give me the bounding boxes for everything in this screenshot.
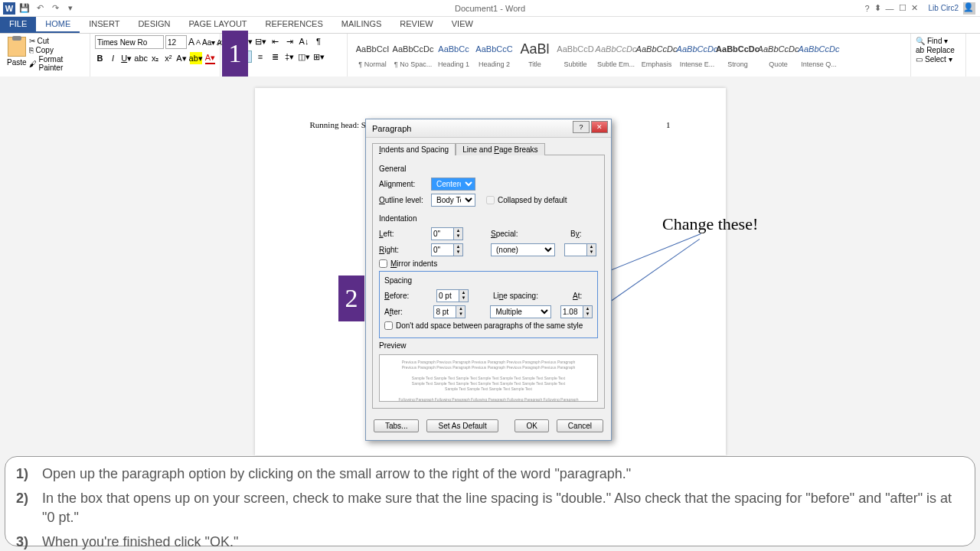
instructions-panel: 1)Open up the paragraph option by clicki…	[5, 456, 975, 546]
style-strong[interactable]: AaBbCcDcStrong	[717, 35, 758, 77]
mirror-label: Mirror indents	[390, 259, 437, 268]
highlight-icon[interactable]: ab▾	[190, 52, 202, 64]
cut-icon	[29, 37, 35, 45]
instruction-2: In the box that opens up on your screen,…	[42, 489, 964, 527]
format-painter-button[interactable]: 🖌Format Painter	[29, 55, 85, 72]
style-subtle-em[interactable]: AaBbCcDcSubtle Em...	[596, 35, 636, 77]
select-button[interactable]: ▭Select▾	[916, 55, 961, 64]
strikethrough-button[interactable]: abc	[135, 52, 147, 64]
after-input[interactable]	[433, 305, 456, 318]
italic-button[interactable]: I	[108, 52, 118, 64]
style-intense-q[interactable]: AaBbCcDcIntense Q...	[799, 35, 839, 77]
line-spacing-icon[interactable]: ‡▾	[283, 51, 296, 63]
by-label: By:	[570, 230, 593, 238]
style-no-spacing[interactable]: AaBbCcDc¶ No Spac...	[393, 35, 433, 77]
tab-file[interactable]: FILE	[0, 17, 36, 33]
bold-button[interactable]: B	[95, 52, 105, 64]
spinner-buttons[interactable]: ▲▼	[454, 227, 463, 240]
tabs-button[interactable]: Tabs...	[374, 419, 419, 432]
indent-right-input[interactable]	[431, 243, 454, 256]
outline-select[interactable]: Body Text	[431, 194, 475, 207]
mirror-checkbox[interactable]	[379, 259, 387, 268]
cancel-button[interactable]: Cancel	[557, 419, 603, 432]
tab-design[interactable]: DESIGN	[129, 17, 179, 33]
underline-button[interactable]: U▾	[121, 52, 132, 64]
show-marks-icon[interactable]: ¶	[312, 35, 325, 47]
font-size-select[interactable]	[165, 35, 187, 49]
subscript-button[interactable]: x₂	[150, 52, 160, 64]
copy-button[interactable]: ⎘Copy	[29, 46, 85, 54]
align-right-icon[interactable]: ≡	[254, 51, 266, 63]
replace-icon: ab	[916, 46, 924, 54]
paste-button[interactable]: Paste	[5, 35, 29, 72]
style-heading1[interactable]: AaBbCcHeading 1	[433, 35, 474, 77]
qat-dropdown-icon[interactable]: ▾	[64, 2, 77, 15]
ribbon-toggle-icon[interactable]: ⬍	[874, 3, 881, 13]
line-spacing-select[interactable]: Multiple	[490, 305, 551, 318]
shrink-font-icon[interactable]: A	[196, 38, 201, 46]
before-label: Before:	[384, 292, 432, 300]
user-avatar[interactable]: 👤	[963, 2, 975, 15]
special-select[interactable]: (none)	[491, 243, 555, 256]
multilevel-icon[interactable]: ⊟▾	[254, 35, 266, 47]
tab-references[interactable]: REFERENCES	[256, 17, 332, 33]
indent-left-input[interactable]	[431, 227, 454, 240]
borders-icon[interactable]: ⊞▾	[312, 51, 325, 63]
tab-mailings[interactable]: MAILINGS	[332, 17, 391, 33]
close-icon[interactable]: ✕	[911, 3, 918, 13]
dialog-help-icon[interactable]: ?	[573, 121, 590, 133]
minimize-icon[interactable]: —	[886, 4, 894, 13]
redo-icon[interactable]: ↷	[49, 2, 61, 15]
ok-button[interactable]: OK	[514, 419, 548, 432]
style-emphasis[interactable]: AaBbCcDcEmphasis	[636, 35, 677, 77]
undo-icon[interactable]: ↶	[34, 2, 46, 15]
by-input[interactable]	[564, 243, 587, 256]
paste-label: Paste	[5, 58, 29, 67]
sort-icon[interactable]: A↓	[298, 35, 310, 47]
font-name-select[interactable]	[95, 35, 164, 49]
dialog-close-icon[interactable]: ✕	[591, 121, 608, 133]
style-intense-e[interactable]: AaBbCcDcIntense E...	[677, 35, 717, 77]
help-icon[interactable]: ?	[864, 4, 869, 13]
cut-button[interactable]: Cut	[29, 37, 85, 45]
increase-indent-icon[interactable]: ⇥	[283, 35, 296, 47]
at-input[interactable]	[560, 305, 583, 318]
find-button[interactable]: 🔍Find▾	[916, 37, 961, 45]
before-input[interactable]	[436, 289, 459, 302]
word-icon: W	[3, 2, 15, 15]
styles-gallery[interactable]: AaBbCcI¶ Normal AaBbCcDc¶ No Spac... AaB…	[352, 35, 873, 77]
style-subtitle[interactable]: AaBbCcDSubtitle	[555, 35, 596, 77]
text-effects-icon[interactable]: A▾	[176, 52, 186, 64]
style-title[interactable]: AaBlTitle	[514, 35, 555, 77]
maximize-icon[interactable]: ☐	[899, 3, 906, 13]
style-quote[interactable]: AaBbCcDcQuote	[758, 35, 799, 77]
style-heading2[interactable]: AaBbCcCHeading 2	[474, 35, 514, 77]
tab-indents-spacing[interactable]: IIndents and Spacingndents and Spacing	[372, 143, 456, 155]
find-icon: 🔍	[916, 37, 925, 45]
tab-insert[interactable]: INSERT	[80, 17, 129, 33]
superscript-button[interactable]: x²	[163, 52, 173, 64]
user-label[interactable]: Lib Circ2	[929, 4, 959, 12]
replace-button[interactable]: abReplace	[916, 46, 961, 54]
justify-icon[interactable]: ≣	[269, 51, 281, 63]
decrease-indent-icon[interactable]: ⇤	[269, 35, 281, 47]
font-color-icon[interactable]: A▾	[205, 52, 215, 64]
instruction-1: Open up the paragraph option by clicking…	[42, 465, 631, 483]
tab-view[interactable]: VIEW	[443, 17, 482, 33]
grow-font-icon[interactable]: A	[188, 37, 194, 47]
tab-home[interactable]: HOME	[36, 17, 80, 33]
style-normal[interactable]: AaBbCcI¶ Normal	[352, 35, 393, 77]
callout-1: 1	[222, 31, 248, 77]
indentation-label: Indentation	[379, 214, 598, 223]
shading-icon[interactable]: ◫▾	[298, 51, 310, 63]
dont-add-space-checkbox[interactable]	[384, 321, 393, 330]
tab-review[interactable]: REVIEW	[390, 17, 442, 33]
set-default-button[interactable]: Set As Default	[426, 419, 498, 432]
alignment-select[interactable]: Centered	[431, 178, 475, 191]
change-case-icon[interactable]: Aa▾	[202, 38, 215, 47]
tab-line-page-breaks[interactable]: Line and Page Breaks	[456, 143, 544, 155]
save-icon[interactable]: 💾	[18, 2, 31, 15]
general-label: General	[379, 165, 598, 173]
collapsed-checkbox	[486, 196, 495, 204]
collapsed-label: Collapsed by default	[498, 196, 567, 204]
